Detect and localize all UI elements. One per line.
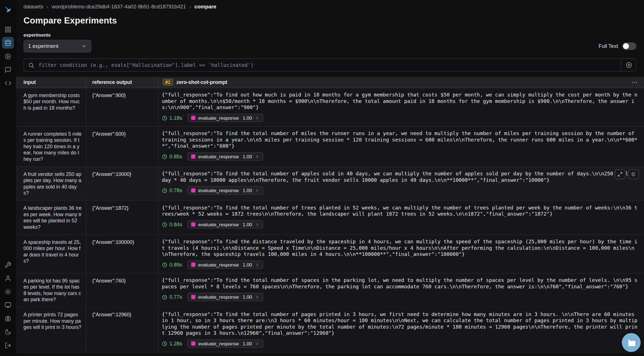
output-json: {"full_response":"To find the total numb… [162,205,639,217]
input-cell: A landscaper plants 36 trees per week. H… [16,201,86,235]
reference-output-cell: {"Answer":100000} [86,235,158,273]
sidebar-item-logout[interactable] [2,340,14,351]
gear-icon [5,288,11,295]
reference-output-text: {"Answer":1872} [92,205,129,211]
input-cell: A printer prints 72 pages per minute. Ho… [16,308,86,352]
filter-bar [23,58,636,72]
experiment-selector-group: experiments 1 experiment [23,32,91,53]
filter-condition-input[interactable] [38,62,621,69]
input-cell: A runner completes 5 miles per training … [16,127,86,167]
bird-logo-icon [4,5,12,15]
eval-name: evaluate_response [198,115,239,121]
sidebar-item-tools[interactable] [2,259,14,271]
row-meta: 0.89s evaluate_response 1.00 [162,261,639,269]
sidebar-item-playground[interactable] [2,50,14,62]
more-horizontal-icon [631,79,638,86]
eval-score: 1.00 [243,154,252,159]
table-row[interactable]: A landscaper plants 36 trees per week. H… [16,201,644,235]
chevron-right-icon: › [189,4,191,10]
latency-value: 0.78s [169,188,182,194]
sidebar-item-apis[interactable] [2,77,14,89]
evaluation-chip[interactable]: evaluate_response 1.00 [187,220,263,229]
full-text-toggle[interactable] [622,43,636,50]
clock-icon [162,188,167,193]
row-meta: 0.78s evaluate_response 1.00 [162,186,639,195]
table-row[interactable]: A spaceship travels at 25,000 miles per … [16,235,644,274]
eval-color-swatch-icon [191,341,195,346]
sidebar-item-theme[interactable] [2,326,14,338]
experiments-table: input reference output #2 zero-shot-cot-… [16,77,644,356]
column-more-button[interactable] [629,78,640,87]
controls-row: experiments 1 experiment Full Text [23,32,636,53]
main-content: datasets › wordproblems-dce29db4-1637-4a… [16,0,644,356]
latency-value: 0.85s [169,154,182,159]
latency-indicator: 1.18s [162,115,182,121]
column-header-input: input [16,79,86,85]
sidebar-item-datasets[interactable] [2,37,14,49]
evaluation-chip[interactable]: evaluate_response 1.00 [187,186,263,195]
row-meta: 0.85s evaluate_response 1.00 [162,152,639,161]
trace-tree-icon [631,172,636,177]
reference-output-cell: {"Answer":900} [86,88,158,126]
user-circle-icon [5,315,11,322]
add-filter-button[interactable] [621,59,636,71]
reference-output-text: {"Answer":10000} [92,171,131,177]
sidebar-item-settings[interactable] [2,286,14,298]
moon-icon [5,328,11,336]
evaluation-chip[interactable]: evaluate_response 1.00 [187,293,263,301]
expand-row-button[interactable] [615,169,626,179]
support-chat-button[interactable] [622,333,641,352]
monitor-icon [5,301,11,309]
experiment-output-cell: {"full_response":"To find the total numb… [158,167,644,201]
open-trace-button[interactable] [628,169,639,179]
input-text: A runner completes 5 miles per training … [23,131,82,162]
input-cell: A gym membership costs $50 per month. Ho… [16,88,86,126]
experiment-dropdown[interactable]: 1 experiment [23,40,91,53]
table-row[interactable]: A runner completes 5 miles per training … [16,127,644,167]
evaluation-chip[interactable]: evaluate_response 1.00 [187,261,263,269]
table-row[interactable]: A gym membership costs $50 per month. Ho… [16,88,644,127]
phoenix-logo-icon[interactable] [2,3,14,16]
table-row[interactable]: A printer prints 72 pages per minute. Ho… [16,308,644,353]
latency-indicator: 1.28s [162,341,182,346]
latency-indicator: 0.85s [162,154,182,159]
sidebar-item-grid[interactable] [2,23,14,35]
user-icon [5,275,11,282]
evaluation-chip[interactable]: evaluate_response 1.00 [187,114,263,122]
row-meta: 0.84s evaluate_response 1.00 [162,220,639,229]
toggle-knob [623,43,629,49]
eval-name: evaluate_response [198,188,239,193]
experiment-dropdown-value: 1 experiment [28,43,58,49]
sidebar-item-users[interactable] [2,272,14,284]
sidebar-item-annotations[interactable] [2,64,14,76]
breadcrumb-dataset-name[interactable]: wordproblems-dce29db4-1637-4a02-9b91-8cd… [52,4,186,10]
full-text-label: Full Text [599,43,618,49]
clock-icon [162,115,167,121]
chat-bubble-icon [627,338,636,347]
table-row[interactable]: A parking lot has 95 spaces per level. I… [16,274,644,308]
eval-score: 1.00 [243,115,252,121]
row-meta: 1.18s evaluate_response 1.00 [162,114,639,122]
evaluation-chip[interactable]: evaluate_response 1.00 [187,152,263,161]
input-cell: A fruit vendor sells 250 apples per day.… [16,167,86,201]
breadcrumb-datasets[interactable]: datasets [23,4,43,10]
code-icon [5,79,11,87]
table-header: input reference output #2 zero-shot-cot-… [16,77,644,88]
table-row[interactable]: A fruit vendor sells 250 apples per day.… [16,167,644,201]
row-meta: 1.28s evaluate_response 1.00 [162,340,639,348]
chevron-right-icon [255,222,260,227]
page-title: Compare Experiments [23,16,636,26]
latency-indicator: 0.89s [162,262,182,268]
breadcrumb-compare: compare [194,4,216,10]
clock-icon [162,154,167,159]
chevron-right-icon [255,115,260,120]
evaluation-chip[interactable]: evaluate_response 1.00 [187,340,263,348]
plus-circle-icon [625,62,632,69]
chevron-right-icon [255,341,260,346]
output-json: {"full_response":"To find out how much i… [162,92,639,111]
eval-color-swatch-icon [191,116,195,120]
input-cell: A parking lot has 95 spaces per level. I… [16,274,86,307]
sidebar-item-profile[interactable] [2,313,14,324]
output-json: {"full_response":"To find the distance t… [162,239,639,258]
sidebar-item-system[interactable] [2,299,14,311]
